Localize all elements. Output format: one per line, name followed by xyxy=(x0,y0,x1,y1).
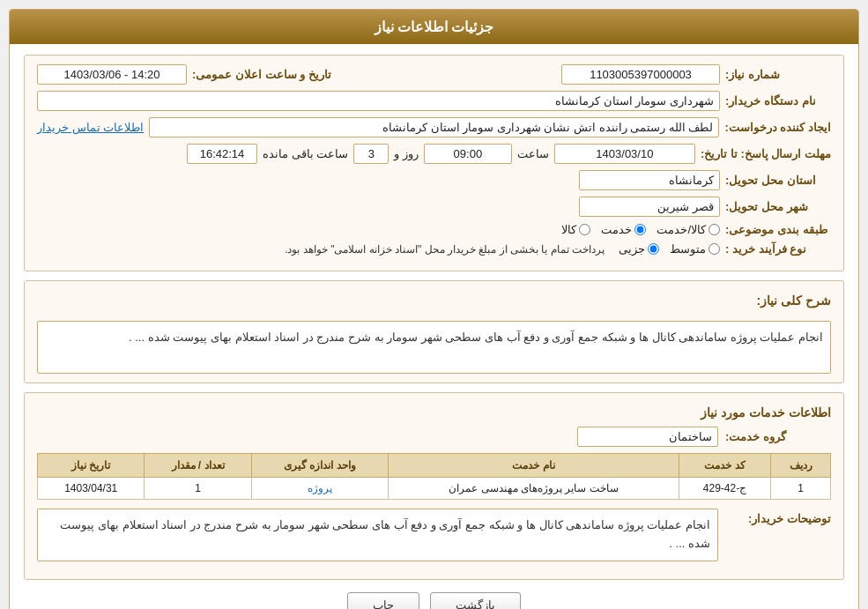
service-group-label: گروه خدمت: xyxy=(725,430,831,443)
service-group-row: گروه خدمت: ساختمان xyxy=(37,427,831,447)
response-remaining-label: ساعت باقی مانده xyxy=(263,147,348,160)
buyer-org-label: نام دستگاه خریدار: xyxy=(725,94,831,108)
radio-partial[interactable] xyxy=(648,243,659,255)
radio-goods-service[interactable] xyxy=(708,224,720,235)
city-value: قصر شیرین xyxy=(579,197,720,217)
cell-service-name: ساخت سایر پروژه‌های مهندسی عمران xyxy=(389,478,679,500)
button-row: بازگشت چاپ xyxy=(24,592,844,609)
services-title: اطلاعات خدمات مورد نیاز xyxy=(37,405,831,420)
need-number-label: شماره نیاز: xyxy=(725,68,831,81)
radio-goods[interactable] xyxy=(579,224,590,235)
response-time-label: ساعت xyxy=(517,147,549,160)
table-row: 1 ج-42-429 ساخت سایر پروژه‌های مهندسی عم… xyxy=(38,478,831,500)
col-quantity: تعداد / مقدار xyxy=(145,454,251,478)
radio-goods-label: کالا xyxy=(561,223,576,236)
cell-date: 1403/04/31 xyxy=(38,478,145,500)
buyer-description-label: توضیحات خریدار: xyxy=(725,509,831,525)
city-label: شهر محل تحویل: xyxy=(725,200,831,213)
remaining-time: 16:42:14 xyxy=(187,144,257,164)
row-city: شهر محل تحویل: قصر شیرین xyxy=(37,197,831,217)
announce-label: تاریخ و ساعت اعلان عمومی: xyxy=(192,68,331,81)
radio-medium-item[interactable]: متوسط xyxy=(670,242,720,256)
cell-service-code: ج-42-429 xyxy=(679,478,771,500)
row-requester: ایجاد کننده درخواست: لطف الله رستمی رانن… xyxy=(37,117,831,137)
announce-value: 1403/03/06 - 14:20 xyxy=(37,64,187,85)
province-label: استان محل تحویل: xyxy=(725,174,831,187)
card-header: جزئیات اطلاعات نیاز xyxy=(10,10,858,44)
services-table: ردیف کد خدمت نام خدمت واحد اندازه گیری ت… xyxy=(37,453,831,500)
row-need-description-header: شرح کلی نیاز: xyxy=(37,290,831,315)
services-table-head: ردیف کد خدمت نام خدمت واحد اندازه گیری ت… xyxy=(38,454,831,478)
col-service-code: کد خدمت xyxy=(679,454,771,478)
services-table-body: 1 ج-42-429 ساخت سایر پروژه‌های مهندسی عم… xyxy=(38,478,831,500)
radio-goods-service-label: کالا/خدمت xyxy=(657,223,706,236)
row-need-number: شماره نیاز: 1103005397000003 تاریخ و ساع… xyxy=(37,64,831,85)
response-days: 3 xyxy=(353,144,389,164)
province-value: کرمانشاه xyxy=(579,170,720,190)
card-body: شماره نیاز: 1103005397000003 تاریخ و ساع… xyxy=(10,44,858,609)
radio-service[interactable] xyxy=(634,224,646,235)
service-group-value: ساختمان xyxy=(577,427,718,447)
need-description-section: شرح کلی نیاز: انجام عملیات پروژه سامانده… xyxy=(24,280,844,383)
cell-row-num: 1 xyxy=(771,478,831,500)
buyer-org-value: شهرداری سومار استان کرمانشاه xyxy=(37,91,720,111)
purchase-type-radio-group: متوسط جزیی xyxy=(619,242,720,256)
back-button[interactable]: بازگشت xyxy=(430,592,521,609)
services-section: اطلاعات خدمات مورد نیاز گروه خدمت: ساختم… xyxy=(24,392,844,580)
radio-goods-service-item[interactable]: کالا/خدمت xyxy=(657,223,720,236)
contact-link[interactable]: اطلاعات تماس خریدار xyxy=(37,121,144,134)
row-province: استان محل تحویل: کرمانشاه xyxy=(37,170,831,190)
main-card: جزئیات اطلاعات نیاز شماره نیاز: 11030053… xyxy=(9,9,859,609)
page-title: جزئیات اطلاعات نیاز xyxy=(375,19,494,34)
row-response-deadline: مهلت ارسال پاسخ: تا تاریخ: 1403/03/10 سا… xyxy=(37,144,831,164)
buyer-description-row: توضیحات خریدار: انجام عملیات پروژه سامان… xyxy=(37,509,831,561)
cell-unit: پروژه xyxy=(251,478,388,500)
response-days-label: روز و xyxy=(394,147,419,160)
response-date: 1403/03/10 xyxy=(554,144,695,164)
requester-value: لطف الله رستمی راننده اتش نشان شهرداری س… xyxy=(149,117,719,137)
col-service-name: نام خدمت xyxy=(389,454,679,478)
response-time: 09:00 xyxy=(424,144,512,164)
row-buyer-org: نام دستگاه خریدار: شهرداری سومار استان ک… xyxy=(37,91,831,111)
category-label: طبقه بندی موضوعی: xyxy=(725,223,831,236)
radio-goods-item[interactable]: کالا xyxy=(561,223,590,236)
col-unit: واحد اندازه گیری xyxy=(251,454,388,478)
row-purchase-type: نوع فرآیند خرید : متوسط جزیی پرداخت تمام… xyxy=(37,242,831,256)
col-date: تاریخ نیاز xyxy=(38,454,145,478)
radio-service-item[interactable]: خدمت xyxy=(601,223,646,236)
response-deadline-label: مهلت ارسال پاسخ: تا تاریخ: xyxy=(701,147,831,160)
purchase-type-label: نوع فرآیند خرید : xyxy=(725,242,831,256)
radio-service-label: خدمت xyxy=(601,223,632,236)
radio-medium[interactable] xyxy=(708,243,720,255)
need-description-section-title: شرح کلی نیاز: xyxy=(757,293,831,308)
need-description-box: انجام عملیات پروژه ساماندهی کانال ها و ش… xyxy=(37,321,831,374)
print-button[interactable]: چاپ xyxy=(347,592,419,609)
purchase-notice: پرداخت تمام یا بخشی از مبلغ خریدار محل "… xyxy=(285,243,605,256)
buyer-description-box: انجام عملیات پروژه ساماندهی کانال ها و ش… xyxy=(37,509,718,561)
radio-partial-item[interactable]: جزیی xyxy=(619,242,659,256)
radio-partial-label: جزیی xyxy=(619,242,645,256)
col-row-num: ردیف xyxy=(771,454,831,478)
row-category: طبقه بندی موضوعی: کالا/خدمت خدمت کالا xyxy=(37,223,831,236)
cell-quantity: 1 xyxy=(145,478,251,500)
top-info-section: شماره نیاز: 1103005397000003 تاریخ و ساع… xyxy=(24,55,844,271)
need-number-value: 1103005397000003 xyxy=(561,64,720,85)
requester-label: ایجاد کننده درخواست: xyxy=(724,121,831,134)
category-radio-group: کالا/خدمت خدمت کالا xyxy=(561,223,720,236)
radio-medium-label: متوسط xyxy=(670,242,706,256)
